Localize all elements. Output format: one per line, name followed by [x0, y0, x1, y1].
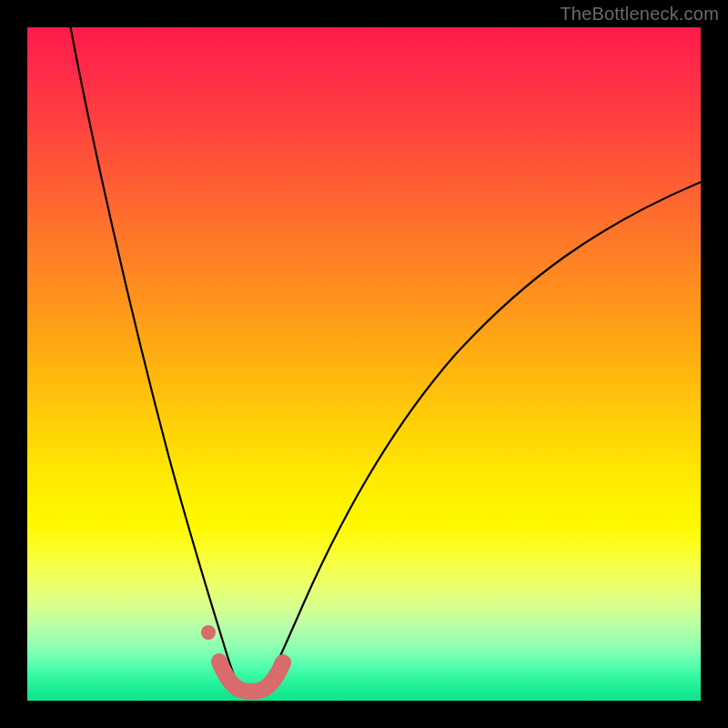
plot-area	[27, 27, 701, 701]
optimal-range-highlight	[219, 662, 283, 692]
curve-layer	[27, 27, 701, 701]
marker-dot-icon	[201, 625, 216, 640]
chart-frame: TheBottleneck.com	[0, 0, 728, 728]
bottleneck-curve-left	[69, 27, 243, 696]
watermark-label: TheBottleneck.com	[560, 4, 719, 25]
bottleneck-curve-right	[259, 180, 701, 696]
